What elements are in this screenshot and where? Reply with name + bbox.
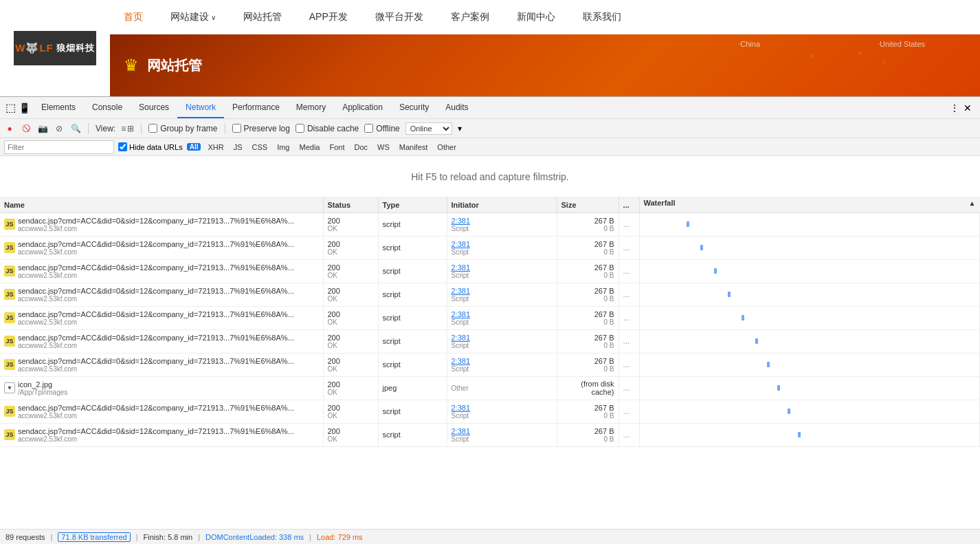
table-row[interactable]: JS sendacc.jsp?cmd=ACC&did=0&sid=12&comp… <box>0 213 980 236</box>
col-header-waterfall[interactable]: Waterfall ▲ <box>640 197 980 208</box>
dots-cell[interactable]: ... <box>619 213 639 236</box>
throttle-select[interactable]: Online Fast 3G Slow 3G Offline <box>405 122 452 135</box>
tab-application[interactable]: Application <box>334 97 391 118</box>
table-row[interactable]: ▼ icon_2.jpg /App/Tpl/images 200 OK jpeg… <box>0 376 980 400</box>
dots-cell[interactable]: ... <box>619 400 639 423</box>
network-table-container[interactable]: Name Status Type Initiator Size ... Wate… <box>0 197 980 529</box>
disable-cache-checkbox[interactable] <box>296 124 304 133</box>
name-texts: sendacc.jsp?cmd=ACC&did=0&sid=12&company… <box>18 287 294 303</box>
initiator-link[interactable]: 2:381 <box>452 427 553 435</box>
devtools-mobile-icon[interactable]: 📱 <box>19 102 30 113</box>
status-sep2: | <box>136 533 138 541</box>
row-more-icon[interactable]: ... <box>623 360 630 369</box>
col-header-name[interactable]: Name <box>0 197 323 213</box>
filter-doc[interactable]: Doc <box>351 142 370 152</box>
row-more-icon[interactable]: ... <box>623 430 630 439</box>
devtools-more-icon[interactable]: ⋮ <box>950 102 959 113</box>
table-row[interactable]: JS sendacc.jsp?cmd=ACC&did=0&sid=12&comp… <box>0 306 980 329</box>
initiator-link[interactable]: 2:381 <box>452 263 553 272</box>
initiator-link[interactable]: 2:381 <box>452 287 553 295</box>
row-more-icon[interactable]: ... <box>623 336 630 346</box>
screenshot-button[interactable]: 📷 <box>37 123 48 134</box>
row-more-icon[interactable]: ... <box>623 313 630 323</box>
waterfall-bar <box>742 315 744 320</box>
tab-security[interactable]: Security <box>391 97 437 118</box>
table-row[interactable]: JS sendacc.jsp?cmd=ACC&did=0&sid=12&comp… <box>0 259 980 283</box>
col-header-dots[interactable]: ... <box>619 197 639 213</box>
initiator-link[interactable]: 2:381 <box>452 404 553 412</box>
table-row[interactable]: JS sendacc.jsp?cmd=ACC&did=0&sid=12&comp… <box>0 329 980 353</box>
initiator-link[interactable]: 2:381 <box>452 334 553 342</box>
clear-button[interactable]: 🚫 <box>21 123 32 134</box>
nav-cases[interactable]: 客户案例 <box>451 11 489 23</box>
filter-ws[interactable]: WS <box>375 142 392 152</box>
row-more-icon[interactable]: ... <box>623 266 630 276</box>
filter-img[interactable]: Img <box>274 142 292 152</box>
list-view-button[interactable]: ≡ <box>121 124 126 133</box>
row-more-icon[interactable]: ... <box>623 383 630 393</box>
tab-performance[interactable]: Performance <box>224 97 288 118</box>
col-header-size[interactable]: Size <box>557 197 619 213</box>
col-header-initiator[interactable]: Initiator <box>447 197 557 213</box>
initiator-link[interactable]: 2:381 <box>452 310 553 318</box>
row-more-icon[interactable]: ... <box>623 219 630 229</box>
search-button[interactable]: 🔍 <box>70 123 81 134</box>
devtools-close-icon[interactable]: ✕ <box>964 102 972 113</box>
all-filter-badge[interactable]: All <box>187 143 201 151</box>
nav-microplatform[interactable]: 微平台开发 <box>375 11 423 23</box>
dots-cell[interactable]: ... <box>619 329 639 353</box>
nav-contact[interactable]: 联系我们 <box>583 11 621 23</box>
dots-cell[interactable]: ... <box>619 376 639 400</box>
filter-media[interactable]: Media <box>296 142 322 152</box>
initiator-cell: 2:381 Script <box>447 353 557 376</box>
nav-home[interactable]: 首页 <box>124 11 143 23</box>
table-row[interactable]: JS sendacc.jsp?cmd=ACC&did=0&sid=12&comp… <box>0 283 980 306</box>
filter-js[interactable]: JS <box>231 142 245 152</box>
filter-css[interactable]: CSS <box>249 142 271 152</box>
tab-network[interactable]: Network <box>177 97 224 118</box>
dots-cell[interactable]: ... <box>619 259 639 283</box>
nav-hosting[interactable]: 网站托管 <box>243 11 282 23</box>
preserve-log-checkbox[interactable] <box>232 124 241 133</box>
filter-icon-button[interactable]: ⊘ <box>54 123 65 134</box>
col-header-status[interactable]: Status <box>323 197 378 213</box>
table-row[interactable]: JS sendacc.jsp?cmd=ACC&did=0&sid=12&comp… <box>0 423 980 446</box>
row-more-icon[interactable]: ... <box>623 406 630 416</box>
col-header-type[interactable]: Type <box>378 197 447 213</box>
initiator-link[interactable]: 2:381 <box>452 217 553 225</box>
table-row[interactable]: JS sendacc.jsp?cmd=ACC&did=0&sid=12&comp… <box>0 400 980 423</box>
filter-input[interactable] <box>4 140 114 154</box>
row-more-icon[interactable]: ... <box>623 290 630 299</box>
filter-other[interactable]: Other <box>434 142 459 152</box>
record-button[interactable]: ● <box>4 123 15 134</box>
table-row[interactable]: JS sendacc.jsp?cmd=ACC&did=0&sid=12&comp… <box>0 236 980 259</box>
size-transferred[interactable]: 71.8 KB transferred <box>58 532 130 542</box>
initiator-link[interactable]: 2:381 <box>452 240 553 248</box>
filter-xhr[interactable]: XHR <box>205 142 226 152</box>
hide-data-urls-checkbox[interactable] <box>118 142 127 151</box>
toolbar-sep2 <box>141 123 142 134</box>
dots-cell[interactable]: ... <box>619 353 639 376</box>
tab-sources[interactable]: Sources <box>131 97 177 118</box>
tab-elements[interactable]: Elements <box>33 97 84 118</box>
nav-app[interactable]: APP开发 <box>309 11 348 23</box>
dots-cell[interactable]: ... <box>619 306 639 329</box>
dots-cell[interactable]: ... <box>619 236 639 259</box>
dots-cell[interactable]: ... <box>619 283 639 306</box>
filter-manifest[interactable]: Manifest <box>397 142 431 152</box>
tab-audits[interactable]: Audits <box>437 97 476 118</box>
dots-cell[interactable]: ... <box>619 423 639 446</box>
nav-news[interactable]: 新闻中心 <box>517 11 555 23</box>
nav-build[interactable]: 网站建设 <box>170 11 216 23</box>
throttle-arrow-icon[interactable]: ▾ <box>458 124 462 133</box>
group-by-frame-checkbox[interactable] <box>148 124 157 133</box>
devtools-cursor-icon[interactable]: ⬚ <box>5 101 16 114</box>
row-more-icon[interactable]: ... <box>623 243 630 252</box>
tab-console[interactable]: Console <box>84 97 131 118</box>
offline-checkbox[interactable] <box>364 124 373 133</box>
tab-memory[interactable]: Memory <box>288 97 334 118</box>
grid-view-button[interactable]: ⊞ <box>127 124 134 133</box>
initiator-link[interactable]: 2:381 <box>452 357 553 365</box>
table-row[interactable]: JS sendacc.jsp?cmd=ACC&did=0&sid=12&comp… <box>0 353 980 376</box>
filter-font[interactable]: Font <box>326 142 347 152</box>
